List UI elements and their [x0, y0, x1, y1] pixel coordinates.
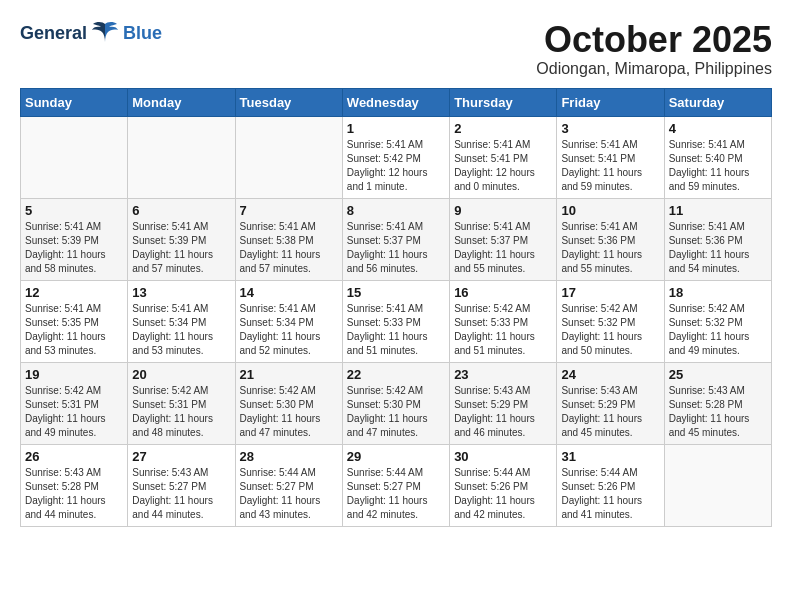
day-info: Sunrise: 5:41 AM Sunset: 5:37 PM Dayligh… — [454, 220, 552, 276]
header-thursday: Thursday — [450, 88, 557, 116]
calendar-cell: 10Sunrise: 5:41 AM Sunset: 5:36 PM Dayli… — [557, 198, 664, 280]
day-info: Sunrise: 5:41 AM Sunset: 5:40 PM Dayligh… — [669, 138, 767, 194]
day-number: 4 — [669, 121, 767, 136]
day-number: 20 — [132, 367, 230, 382]
day-number: 5 — [25, 203, 123, 218]
day-info: Sunrise: 5:41 AM Sunset: 5:36 PM Dayligh… — [669, 220, 767, 276]
day-number: 25 — [669, 367, 767, 382]
calendar-cell: 4Sunrise: 5:41 AM Sunset: 5:40 PM Daylig… — [664, 116, 771, 198]
calendar-cell: 14Sunrise: 5:41 AM Sunset: 5:34 PM Dayli… — [235, 280, 342, 362]
logo-bird-icon — [91, 20, 119, 46]
calendar-cell: 29Sunrise: 5:44 AM Sunset: 5:27 PM Dayli… — [342, 444, 449, 526]
calendar-cell: 1Sunrise: 5:41 AM Sunset: 5:42 PM Daylig… — [342, 116, 449, 198]
calendar-cell: 8Sunrise: 5:41 AM Sunset: 5:37 PM Daylig… — [342, 198, 449, 280]
calendar-cell: 30Sunrise: 5:44 AM Sunset: 5:26 PM Dayli… — [450, 444, 557, 526]
calendar-cell: 15Sunrise: 5:41 AM Sunset: 5:33 PM Dayli… — [342, 280, 449, 362]
calendar-cell: 18Sunrise: 5:42 AM Sunset: 5:32 PM Dayli… — [664, 280, 771, 362]
day-info: Sunrise: 5:42 AM Sunset: 5:32 PM Dayligh… — [669, 302, 767, 358]
month-title: October 2025 — [536, 20, 772, 60]
calendar-cell: 11Sunrise: 5:41 AM Sunset: 5:36 PM Dayli… — [664, 198, 771, 280]
day-number: 23 — [454, 367, 552, 382]
day-number: 12 — [25, 285, 123, 300]
day-number: 27 — [132, 449, 230, 464]
day-number: 31 — [561, 449, 659, 464]
day-info: Sunrise: 5:41 AM Sunset: 5:34 PM Dayligh… — [132, 302, 230, 358]
day-number: 15 — [347, 285, 445, 300]
calendar-cell — [664, 444, 771, 526]
day-info: Sunrise: 5:41 AM Sunset: 5:41 PM Dayligh… — [561, 138, 659, 194]
day-number: 11 — [669, 203, 767, 218]
calendar-cell: 6Sunrise: 5:41 AM Sunset: 5:39 PM Daylig… — [128, 198, 235, 280]
day-info: Sunrise: 5:44 AM Sunset: 5:27 PM Dayligh… — [240, 466, 338, 522]
day-info: Sunrise: 5:43 AM Sunset: 5:28 PM Dayligh… — [25, 466, 123, 522]
day-number: 13 — [132, 285, 230, 300]
logo: General Blue — [20, 20, 162, 46]
day-number: 18 — [669, 285, 767, 300]
day-info: Sunrise: 5:41 AM Sunset: 5:42 PM Dayligh… — [347, 138, 445, 194]
calendar-cell — [21, 116, 128, 198]
day-number: 6 — [132, 203, 230, 218]
header-friday: Friday — [557, 88, 664, 116]
calendar-cell: 31Sunrise: 5:44 AM Sunset: 5:26 PM Dayli… — [557, 444, 664, 526]
day-number: 26 — [25, 449, 123, 464]
calendar-cell: 7Sunrise: 5:41 AM Sunset: 5:38 PM Daylig… — [235, 198, 342, 280]
day-info: Sunrise: 5:42 AM Sunset: 5:33 PM Dayligh… — [454, 302, 552, 358]
day-info: Sunrise: 5:43 AM Sunset: 5:27 PM Dayligh… — [132, 466, 230, 522]
page-header: General Blue October 2025 Odiongan, Mima… — [20, 20, 772, 78]
calendar-cell: 2Sunrise: 5:41 AM Sunset: 5:41 PM Daylig… — [450, 116, 557, 198]
calendar-body: 1Sunrise: 5:41 AM Sunset: 5:42 PM Daylig… — [21, 116, 772, 526]
day-number: 9 — [454, 203, 552, 218]
day-number: 7 — [240, 203, 338, 218]
day-number: 24 — [561, 367, 659, 382]
calendar-cell: 3Sunrise: 5:41 AM Sunset: 5:41 PM Daylig… — [557, 116, 664, 198]
day-info: Sunrise: 5:42 AM Sunset: 5:30 PM Dayligh… — [240, 384, 338, 440]
calendar-cell: 13Sunrise: 5:41 AM Sunset: 5:34 PM Dayli… — [128, 280, 235, 362]
day-number: 1 — [347, 121, 445, 136]
calendar-cell: 17Sunrise: 5:42 AM Sunset: 5:32 PM Dayli… — [557, 280, 664, 362]
day-info: Sunrise: 5:44 AM Sunset: 5:27 PM Dayligh… — [347, 466, 445, 522]
day-number: 30 — [454, 449, 552, 464]
day-number: 2 — [454, 121, 552, 136]
location-subtitle: Odiongan, Mimaropa, Philippines — [536, 60, 772, 78]
calendar-cell: 25Sunrise: 5:43 AM Sunset: 5:28 PM Dayli… — [664, 362, 771, 444]
day-info: Sunrise: 5:42 AM Sunset: 5:31 PM Dayligh… — [132, 384, 230, 440]
header-saturday: Saturday — [664, 88, 771, 116]
day-number: 17 — [561, 285, 659, 300]
calendar-week-4: 19Sunrise: 5:42 AM Sunset: 5:31 PM Dayli… — [21, 362, 772, 444]
calendar-week-3: 12Sunrise: 5:41 AM Sunset: 5:35 PM Dayli… — [21, 280, 772, 362]
day-info: Sunrise: 5:42 AM Sunset: 5:32 PM Dayligh… — [561, 302, 659, 358]
day-info: Sunrise: 5:44 AM Sunset: 5:26 PM Dayligh… — [454, 466, 552, 522]
day-info: Sunrise: 5:41 AM Sunset: 5:34 PM Dayligh… — [240, 302, 338, 358]
day-number: 3 — [561, 121, 659, 136]
header-wednesday: Wednesday — [342, 88, 449, 116]
day-info: Sunrise: 5:41 AM Sunset: 5:35 PM Dayligh… — [25, 302, 123, 358]
day-info: Sunrise: 5:43 AM Sunset: 5:29 PM Dayligh… — [561, 384, 659, 440]
calendar-cell: 19Sunrise: 5:42 AM Sunset: 5:31 PM Dayli… — [21, 362, 128, 444]
calendar-header-row: SundayMondayTuesdayWednesdayThursdayFrid… — [21, 88, 772, 116]
day-number: 10 — [561, 203, 659, 218]
calendar-week-5: 26Sunrise: 5:43 AM Sunset: 5:28 PM Dayli… — [21, 444, 772, 526]
day-info: Sunrise: 5:41 AM Sunset: 5:39 PM Dayligh… — [132, 220, 230, 276]
day-info: Sunrise: 5:41 AM Sunset: 5:37 PM Dayligh… — [347, 220, 445, 276]
day-number: 28 — [240, 449, 338, 464]
day-info: Sunrise: 5:42 AM Sunset: 5:30 PM Dayligh… — [347, 384, 445, 440]
day-info: Sunrise: 5:41 AM Sunset: 5:41 PM Dayligh… — [454, 138, 552, 194]
header-monday: Monday — [128, 88, 235, 116]
logo-general: General — [20, 23, 87, 44]
calendar-cell — [235, 116, 342, 198]
day-number: 16 — [454, 285, 552, 300]
logo-blue: Blue — [123, 23, 162, 44]
calendar-cell: 21Sunrise: 5:42 AM Sunset: 5:30 PM Dayli… — [235, 362, 342, 444]
calendar-cell: 16Sunrise: 5:42 AM Sunset: 5:33 PM Dayli… — [450, 280, 557, 362]
day-info: Sunrise: 5:42 AM Sunset: 5:31 PM Dayligh… — [25, 384, 123, 440]
calendar-cell: 20Sunrise: 5:42 AM Sunset: 5:31 PM Dayli… — [128, 362, 235, 444]
calendar-cell: 23Sunrise: 5:43 AM Sunset: 5:29 PM Dayli… — [450, 362, 557, 444]
day-info: Sunrise: 5:41 AM Sunset: 5:36 PM Dayligh… — [561, 220, 659, 276]
calendar-week-2: 5Sunrise: 5:41 AM Sunset: 5:39 PM Daylig… — [21, 198, 772, 280]
title-block: October 2025 Odiongan, Mimaropa, Philipp… — [536, 20, 772, 78]
calendar-cell: 24Sunrise: 5:43 AM Sunset: 5:29 PM Dayli… — [557, 362, 664, 444]
calendar-cell: 27Sunrise: 5:43 AM Sunset: 5:27 PM Dayli… — [128, 444, 235, 526]
calendar-table: SundayMondayTuesdayWednesdayThursdayFrid… — [20, 88, 772, 527]
calendar-cell: 5Sunrise: 5:41 AM Sunset: 5:39 PM Daylig… — [21, 198, 128, 280]
day-info: Sunrise: 5:44 AM Sunset: 5:26 PM Dayligh… — [561, 466, 659, 522]
